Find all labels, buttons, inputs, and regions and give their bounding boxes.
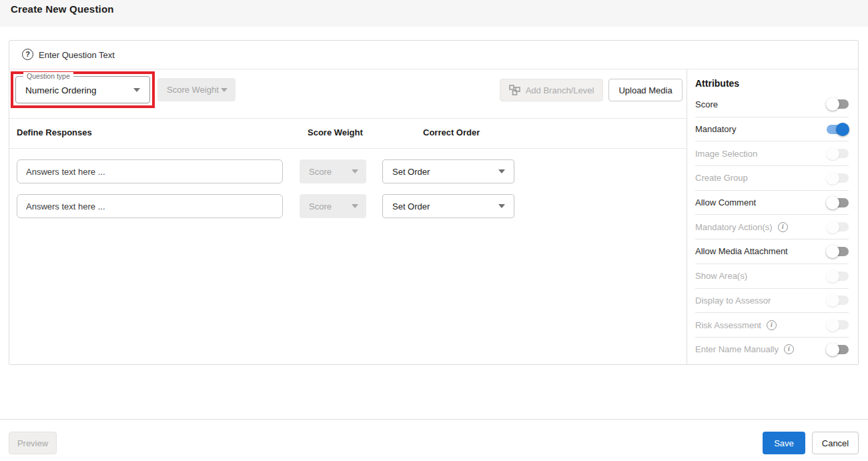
- preview-button: Preview: [9, 432, 57, 454]
- question-type-value: Numeric Ordering: [25, 85, 97, 95]
- attribute-label: Allow Comment: [695, 197, 756, 207]
- create-question-page: Create New Question ? Enter Question Tex…: [0, 0, 868, 461]
- question-text-label[interactable]: Enter Question Text: [39, 50, 115, 60]
- score-weight-dropdown-label: Score Weight: [167, 85, 219, 95]
- score-dropdown-label: Score: [309, 167, 332, 177]
- attribute-row-display-to-assessor: Display to Assessor: [695, 288, 849, 313]
- attribute-label: Enter Name Manually: [695, 344, 779, 354]
- chevron-down-icon: [133, 88, 140, 92]
- set-order-dropdown-label: Set Order: [392, 201, 430, 211]
- info-icon[interactable]: i: [778, 222, 788, 232]
- attribute-row-mandatory-actions: Mandatory Action(s) i: [695, 214, 849, 239]
- toggle-allow-media-attachment[interactable]: [827, 247, 849, 256]
- attribute-row-allow-comment: Allow Comment: [695, 190, 849, 215]
- column-header-define-responses: Define Responses: [17, 127, 92, 137]
- page-header-bar: Create New Question: [0, 0, 868, 27]
- attribute-row-enter-name-manually: Enter Name Manually i: [695, 337, 849, 362]
- set-order-dropdown[interactable]: Set Order: [382, 159, 514, 183]
- upload-media-button[interactable]: Upload Media: [608, 79, 683, 101]
- attribute-label: Mandatory: [695, 124, 736, 134]
- save-button[interactable]: Save: [763, 432, 805, 454]
- answer-text-input[interactable]: [17, 159, 283, 183]
- attribute-row-image-selection: Image Selection: [695, 141, 849, 165]
- toggle-mandatory[interactable]: [827, 125, 849, 134]
- attribute-row-allow-media-attachment: Allow Media Attachment: [695, 239, 849, 264]
- chevron-down-icon: [498, 204, 505, 208]
- toggle-image-selection: [827, 149, 849, 158]
- attribute-label: Mandatory Action(s): [695, 222, 773, 232]
- highlight-red-box: Question type Numeric Ordering: [11, 71, 155, 108]
- question-type-label: Question type: [23, 72, 73, 80]
- chevron-down-icon: [352, 169, 358, 173]
- toggle-display-to-assessor: [827, 296, 849, 305]
- attribute-label: Image Selection: [695, 149, 757, 159]
- question-text-header: ? Enter Question Text: [9, 41, 858, 69]
- chevron-down-icon: [498, 169, 505, 173]
- attribute-label: Create Group: [695, 173, 748, 183]
- attribute-label: Score: [695, 99, 718, 109]
- branch-tree-icon: [509, 85, 520, 95]
- toggle-mandatory-actions: [827, 222, 849, 232]
- answer-text-input[interactable]: [17, 194, 283, 218]
- column-header-score-weight: Score Weight: [308, 127, 363, 137]
- attribute-label: Display to Assessor: [695, 296, 771, 306]
- score-weight-dropdown: Score Weight: [157, 78, 236, 101]
- chevron-down-icon: [352, 204, 358, 208]
- divider: [9, 118, 687, 119]
- attribute-row-create-group: Create Group: [695, 165, 849, 190]
- page-title: Create New Question: [11, 3, 114, 15]
- question-type-select[interactable]: Question type Numeric Ordering: [15, 76, 150, 103]
- score-dropdown-label: Score: [309, 201, 332, 211]
- score-dropdown: Score: [300, 159, 366, 183]
- help-question-icon: ?: [22, 49, 33, 60]
- attribute-row-show-areas: Show Area(s): [695, 264, 849, 288]
- attribute-label: Risk Assessment: [695, 320, 761, 330]
- info-icon[interactable]: i: [784, 344, 794, 354]
- toggle-show-areas: [827, 272, 849, 281]
- column-header-correct-order: Correct Order: [423, 127, 480, 137]
- toggle-allow-comment[interactable]: [827, 198, 849, 207]
- score-dropdown: Score: [300, 194, 366, 218]
- attribute-row-score: Score: [695, 92, 849, 117]
- add-branch-level-button: Add Branch/Level: [500, 79, 603, 101]
- attributes-title: Attributes: [695, 76, 849, 92]
- attributes-sidebar: Attributes Score Mandatory Image Selecti…: [687, 69, 858, 364]
- footer-divider: [0, 419, 868, 420]
- chevron-down-icon: [221, 88, 228, 92]
- toggle-score[interactable]: [827, 99, 849, 109]
- toggle-enter-name-manually[interactable]: [827, 345, 849, 354]
- cancel-button[interactable]: Cancel: [812, 432, 859, 454]
- attribute-label: Show Area(s): [695, 271, 747, 281]
- question-editor-content: Question type Numeric Ordering Score Wei…: [9, 69, 687, 364]
- toggle-risk-assessment: [827, 320, 849, 330]
- add-branch-level-label: Add Branch/Level: [526, 85, 594, 95]
- set-order-dropdown[interactable]: Set Order: [382, 194, 514, 218]
- attribute-row-mandatory: Mandatory: [695, 117, 849, 141]
- attribute-label: Allow Media Attachment: [695, 246, 788, 256]
- info-icon[interactable]: i: [767, 320, 777, 330]
- question-editor-panel: ? Enter Question Text Question type Nume…: [9, 40, 859, 365]
- toggle-create-group: [827, 173, 849, 183]
- divider: [9, 148, 687, 149]
- set-order-dropdown-label: Set Order: [392, 167, 430, 177]
- attribute-row-risk-assessment: Risk Assessment i: [695, 312, 849, 337]
